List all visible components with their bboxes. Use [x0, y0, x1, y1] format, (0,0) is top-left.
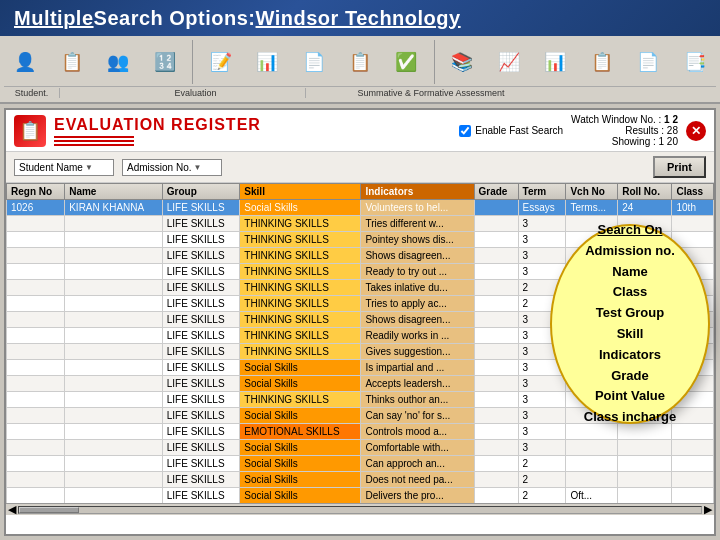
scroll-left-arrow[interactable]: ◀	[8, 503, 16, 516]
toolbar-labels-row: Student. Evaluation Summative & Formativ…	[4, 86, 716, 100]
student-name-dropdown[interactable]: Student Name ▼	[14, 159, 114, 176]
toolbar-btn-testgroup[interactable]: 👥	[97, 45, 139, 79]
cell-2-1	[65, 232, 163, 248]
cell-11-0	[7, 376, 65, 392]
reg-line-2	[54, 140, 134, 142]
toolbar-btn-skill[interactable]: 🔢	[143, 45, 185, 79]
cell-11-1	[65, 376, 163, 392]
print-button[interactable]: Print	[653, 156, 706, 178]
watch-window-label: Watch Window No. : 1 2	[571, 114, 678, 125]
cell-0-6: Essays	[518, 200, 566, 216]
cell-16-6: 2	[518, 456, 566, 472]
toolbar-btn-reportsetting[interactable]: 📑	[674, 45, 716, 79]
cell-18-7: Oft...	[566, 488, 618, 504]
cell-17-3: Social Skills	[240, 472, 361, 488]
cell-1-0	[7, 216, 65, 232]
balloon-line-3: Class	[613, 284, 648, 299]
cell-17-6: 2	[518, 472, 566, 488]
toolbar-btn-testreport[interactable]: 📄	[292, 45, 334, 79]
toolbar-section-student: Student.	[4, 88, 60, 98]
cell-15-8	[618, 440, 672, 456]
cell-15-0	[7, 440, 65, 456]
cell-16-4: Can approch an...	[361, 456, 474, 472]
toolbar: 👤 📋 👥 🔢 📝 📊 📄 📋 ✅ 📚	[0, 36, 720, 104]
cell-0-4: Volunteers to hel...	[361, 200, 474, 216]
cell-5-4: Takes inlative du...	[361, 280, 474, 296]
cell-14-0	[7, 424, 65, 440]
scrollbar-track[interactable]	[18, 506, 702, 514]
cell-3-5	[474, 248, 518, 264]
cell-17-1	[65, 472, 163, 488]
cell-5-0	[7, 280, 65, 296]
search-options-balloon: Search On Admission no. Name Class Test …	[550, 224, 710, 424]
toolbar-btn-students[interactable]: 👤	[4, 45, 46, 79]
attendance-icon: 📋	[58, 48, 86, 76]
cell-11-5	[474, 376, 518, 392]
register-icon: 📊	[253, 48, 281, 76]
scroll-right-arrow[interactable]: ▶	[704, 503, 712, 516]
cell-4-2: LIFE SKILLS	[162, 264, 240, 280]
toolbar-section-evaluation: Evaluation	[86, 88, 306, 98]
cell-5-1	[65, 280, 163, 296]
admission-no-dropdown[interactable]: Admission No. ▼	[122, 159, 222, 176]
cell-0-0: 1026	[7, 200, 65, 216]
cell-17-5	[474, 472, 518, 488]
cell-14-5	[474, 424, 518, 440]
cell-4-5	[474, 264, 518, 280]
cell-12-5	[474, 392, 518, 408]
toolbar-btn-attendance[interactable]: 📋	[50, 45, 92, 79]
toolbar-btn-qa2[interactable]: 📊	[534, 45, 576, 79]
toolbar-btn-qa1[interactable]: 📈	[488, 45, 530, 79]
cell-17-8	[618, 472, 672, 488]
fast-search-label: Enable Fast Search	[459, 125, 563, 137]
cell-15-3: Social Skills	[240, 440, 361, 456]
cell-3-0	[7, 248, 65, 264]
dropdown-arrow-1: ▼	[85, 163, 93, 172]
balloon-line-6: Indicators	[599, 347, 661, 362]
testgroup-icon: 👥	[104, 48, 132, 76]
cell-12-4: Thinks outhor an...	[361, 392, 474, 408]
fast-search-checkbox[interactable]	[459, 125, 471, 137]
col-vchn: Vch No	[566, 184, 618, 200]
watch-results-block: Watch Window No. : 1 2 Results : 28 Show…	[571, 114, 678, 147]
cell-6-1	[65, 296, 163, 312]
table-row: LIFE SKILLSSocial SkillsComfortable with…	[7, 440, 714, 456]
cell-12-3: THINKING SKILLS	[240, 392, 361, 408]
cell-3-6: 3	[518, 248, 566, 264]
qa2-icon: 📊	[541, 48, 569, 76]
cell-10-0	[7, 360, 65, 376]
col-indicators: Indicators	[361, 184, 474, 200]
cell-10-1	[65, 360, 163, 376]
bottom-scrollbar[interactable]: ◀ ▶	[6, 503, 714, 515]
cell-13-1	[65, 408, 163, 424]
cell-6-2: LIFE SKILLS	[162, 296, 240, 312]
cell-9-3: THINKING SKILLS	[240, 344, 361, 360]
register-title: EVALUATION REGISTER	[54, 116, 261, 134]
toolbar-row-icons: 👤 📋 👥 🔢 📝 📊 📄 📋 ✅ 📚	[4, 38, 716, 86]
table-row: LIFE SKILLSSocial SkillsCan approch an..…	[7, 456, 714, 472]
cell-6-4: Tries to apply ac...	[361, 296, 474, 312]
cell-9-4: Gives suggestion...	[361, 344, 474, 360]
toolbar-btn-checklist[interactable]: ✅	[385, 45, 427, 79]
cell-4-3: THINKING SKILLS	[240, 264, 361, 280]
cell-12-0	[7, 392, 65, 408]
close-button[interactable]: ✕	[686, 121, 706, 141]
students-icon: 👤	[11, 48, 39, 76]
table-header-row: Regn No Name Group Skill Indicators Grad…	[7, 184, 714, 200]
cell-2-0	[7, 232, 65, 248]
toolbar-btn-subjects[interactable]: 📚	[441, 45, 483, 79]
cell-8-3: THINKING SKILLS	[240, 328, 361, 344]
cell-16-8	[618, 456, 672, 472]
toolbar-btn-gracesheet[interactable]: 📋	[339, 45, 381, 79]
toolbar-btn-register[interactable]: 📊	[246, 45, 288, 79]
toolbar-btn-evaluation[interactable]: 📝	[199, 45, 241, 79]
toolbar-btn-academicreport[interactable]: 📄	[627, 45, 669, 79]
balloon-line-7: Grade	[611, 368, 649, 383]
cell-18-1	[65, 488, 163, 504]
cell-13-4: Can say 'no' for s...	[361, 408, 474, 424]
cell-17-4: Does not need pa...	[361, 472, 474, 488]
toolbar-btn-marksheet[interactable]: 📋	[581, 45, 623, 79]
balloon-line-9: Class incharge	[584, 409, 677, 424]
dropdown-arrow-2: ▼	[193, 163, 201, 172]
scrollbar-thumb[interactable]	[19, 507, 79, 513]
